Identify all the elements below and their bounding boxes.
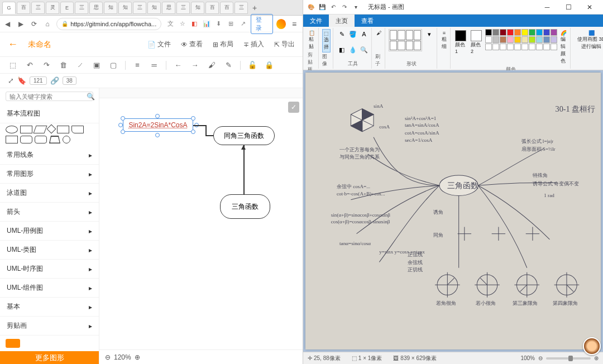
fill-icon[interactable]: 🪣 (348, 29, 358, 39)
palette-swatch[interactable] (551, 29, 557, 36)
star-icon[interactable]: ☆ (178, 20, 187, 28)
minimize-button[interactable]: ─ (537, 1, 557, 13)
bookmark-icon[interactable]: ⊞ (227, 20, 236, 28)
category-item[interactable]: 剪贴画▸ (0, 317, 99, 336)
browser-tab[interactable]: 百 (205, 2, 219, 14)
browser-tab[interactable]: 三 (133, 2, 146, 14)
color1-button[interactable]: 颜色1 (454, 29, 467, 55)
send-back-icon[interactable]: ▢ (108, 60, 118, 70)
palette-swatch[interactable] (507, 36, 514, 43)
palette-swatch[interactable] (536, 44, 543, 50)
shape-rect[interactable] (6, 136, 18, 143)
back-arrow-icon[interactable]: ← (8, 39, 18, 50)
color-palette[interactable] (485, 29, 557, 50)
palette-swatch[interactable] (543, 36, 550, 43)
reload-icon[interactable]: ⟳ (30, 20, 39, 28)
browser-tab[interactable]: 三 (75, 2, 88, 14)
layout-menu[interactable]: ⊞布局 (213, 40, 233, 49)
palette-swatch[interactable] (529, 44, 535, 50)
browser-tab[interactable]: 三 (31, 2, 45, 14)
paint-tab-file[interactable]: 文件 (303, 15, 329, 27)
browser-tab[interactable]: 思 (89, 2, 103, 14)
share-icon[interactable]: ↗ (238, 20, 247, 28)
translate-icon[interactable]: 文 (166, 20, 175, 28)
text-icon[interactable]: A (359, 29, 369, 39)
gitmind-logo[interactable] (6, 339, 20, 348)
paste-button[interactable]: 📋粘贴 (308, 29, 316, 51)
insert-menu[interactable]: ∓插入 (243, 40, 264, 49)
lock-icon[interactable]: 🔒 (264, 60, 274, 70)
redo-icon[interactable]: ↷ (340, 3, 349, 12)
magnify-icon[interactable]: 🔍 (359, 45, 369, 55)
zoom-in-icon[interactable]: ⊕ (135, 353, 140, 361)
category-item[interactable]: 常用线条▸ (0, 146, 99, 165)
browser-tab[interactable]: 百 (220, 2, 233, 14)
new-tab-button[interactable]: + (249, 3, 260, 12)
browser-tab[interactable]: 灵 (46, 2, 59, 14)
ext-icon[interactable]: ◧ (190, 20, 199, 28)
category-item[interactable]: 箭头▸ (0, 203, 99, 222)
resize-handle[interactable] (121, 130, 125, 134)
browser-tab[interactable]: E (60, 2, 74, 14)
palette-swatch[interactable] (543, 44, 550, 50)
zoom-in-icon[interactable]: ⊕ (594, 355, 599, 361)
browser-tab[interactable]: 知 (104, 2, 117, 14)
paint-roller-icon[interactable]: 🖌 (207, 60, 217, 70)
category-item[interactable]: UML-时序图▸ (0, 260, 99, 279)
palette-swatch[interactable] (485, 29, 492, 36)
palette-swatch[interactable] (500, 29, 506, 36)
delete-icon[interactable]: 🗑 (58, 60, 68, 70)
palette-swatch[interactable] (514, 29, 521, 36)
resize-handle[interactable] (191, 116, 195, 121)
edit-colors-button[interactable]: 🌈编辑颜色 (559, 29, 568, 66)
redo-icon[interactable]: ↷ (41, 60, 51, 70)
resize-handle[interactable] (191, 130, 195, 134)
file-menu[interactable]: 📄文件 (147, 40, 171, 49)
paint-tab-view[interactable]: 查看 (355, 15, 380, 27)
select-button[interactable]: ⬚选择 (322, 29, 331, 52)
more-shapes-button[interactable]: 更多图形 (0, 351, 99, 364)
arrow-left-icon[interactable]: ← (173, 60, 183, 70)
node-box1[interactable]: 同角三角函数 (213, 126, 275, 145)
palette-swatch[interactable] (551, 36, 557, 43)
maximize-button[interactable]: ☐ (558, 1, 578, 13)
eraser-icon[interactable]: ◧ (337, 45, 347, 55)
browser-tab[interactable]: 三 (176, 2, 190, 14)
palette-swatch[interactable] (507, 44, 514, 50)
back-icon[interactable]: ◀ (3, 20, 12, 28)
search-field[interactable] (9, 93, 87, 100)
palette-swatch[interactable] (521, 36, 528, 43)
browser-tab[interactable]: 知 (191, 2, 204, 14)
pencil-icon[interactable]: ✎ (337, 29, 347, 39)
palette-swatch[interactable] (492, 36, 499, 43)
shape-roundrect[interactable] (35, 136, 47, 143)
shape-ellipse[interactable] (6, 126, 18, 133)
close-button[interactable]: ✕ (580, 1, 600, 13)
bring-front-icon[interactable]: ▣ (92, 60, 102, 70)
palette-swatch[interactable] (492, 29, 499, 36)
resize-handle[interactable] (155, 133, 160, 137)
canvas[interactable]: ✓ Sin2A=2SinA*CosA 同角三角函数 (99, 98, 303, 349)
browser-tab[interactable]: 三 (234, 2, 248, 14)
line-style-icon[interactable]: ≡ (132, 60, 142, 70)
category-item[interactable]: UML-类图▸ (0, 241, 99, 260)
browser-tab[interactable]: 知 (118, 2, 132, 14)
paint3d-button[interactable]: 🟦使用画图 3D 进行编辑 (574, 29, 603, 51)
palette-swatch[interactable] (529, 29, 535, 36)
category-item[interactable]: 泳道图▸ (0, 184, 99, 203)
palette-swatch[interactable] (514, 36, 521, 43)
size-button[interactable]: ≡粗细 (441, 29, 448, 51)
edit-icon[interactable]: ✎ (223, 60, 233, 70)
shapes-gallery[interactable] (389, 29, 422, 51)
paint-canvas-area[interactable]: 三角函数 30-1 盘桓行 若角很角 若小很角 第三象限角 第四象限角 sinA… (303, 70, 603, 352)
palette-swatch[interactable] (536, 36, 543, 43)
menu-icon[interactable]: ≡ (289, 19, 299, 29)
export-menu[interactable]: ⇱导出 (274, 40, 295, 49)
category-item[interactable]: UML-组件图▸ (0, 279, 99, 298)
resize-handle[interactable] (121, 116, 125, 121)
zoom-slider[interactable] (546, 357, 591, 360)
qa-dropdown-icon[interactable]: ▾ (351, 3, 360, 12)
category-item[interactable]: UML-用例图▸ (0, 222, 99, 241)
brush-button[interactable]: 🖌 (375, 29, 382, 37)
forward-icon[interactable]: ▶ (17, 20, 26, 28)
